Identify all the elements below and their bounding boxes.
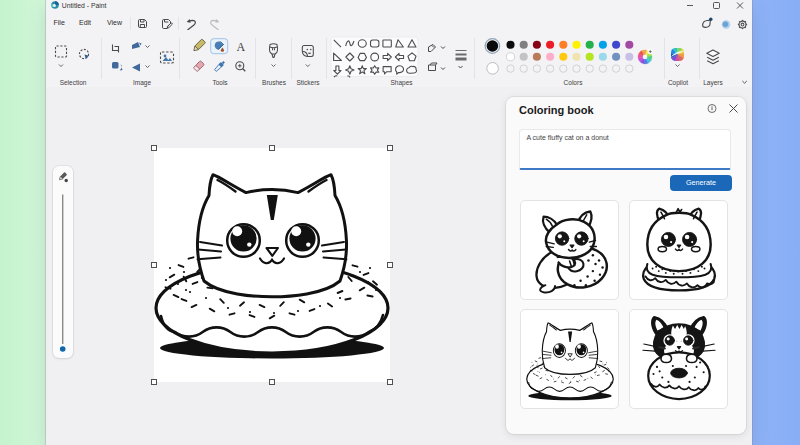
svg-text:A: A bbox=[237, 40, 246, 54]
